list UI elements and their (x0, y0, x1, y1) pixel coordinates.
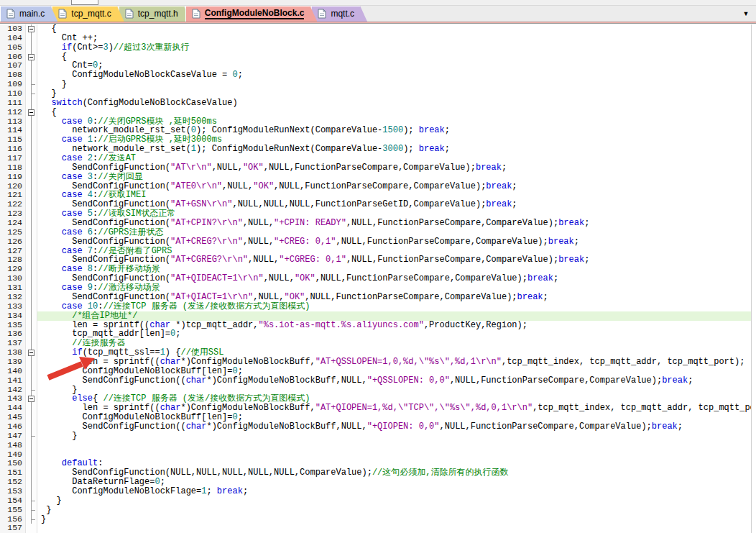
code-line-123[interactable]: 123 case 5://读取SIM状态正常 (0, 209, 756, 219)
code-text[interactable]: case 2://发送AT (37, 154, 756, 163)
code-text[interactable]: Cnt=0; (37, 61, 756, 70)
fold-collapse-icon[interactable] (28, 54, 34, 60)
code-text[interactable]: SendConfigFunction(NULL,NULL,NULL,NULL,N… (37, 468, 756, 478)
code-text[interactable]: SendConfigFunction("AT+GSN\r\n",NULL,NUL… (37, 200, 756, 209)
code-text[interactable]: case 8://断开移动场景 (37, 265, 756, 274)
code-line-145[interactable]: 145 ConfigModuleNoBlockBuff[len]=0; (0, 413, 756, 422)
code-line-119[interactable]: 119 case 3://关闭回显 (0, 173, 756, 182)
code-text[interactable]: SendConfigFunction("AT+CREG?\r\n",NULL,"… (37, 237, 756, 247)
code-text[interactable]: SendConfigFunction("AT\r\n",NULL,"OK",NU… (37, 163, 756, 173)
code-line-151[interactable]: 151 SendConfigFunction(NULL,NULL,NULL,NU… (0, 468, 756, 478)
tab-ConfigModuleNoBlock-c[interactable]: ConfigModuleNoBlock.c (185, 6, 318, 22)
code-text[interactable]: Cnt ++; (37, 34, 756, 43)
code-text[interactable]: network_module_rst_set(0); ConfigModuleR… (37, 126, 756, 135)
code-line-118[interactable]: 118 SendConfigFunction("AT\r\n",NULL,"OK… (0, 163, 756, 173)
code-text[interactable]: } (37, 496, 756, 506)
code-line-147[interactable]: 147 } (0, 432, 756, 441)
code-text[interactable]: case 1://启动GPRS模块 ,延时3000ms (37, 135, 756, 145)
code-line-128[interactable]: 128 SendConfigFunction("AT+CGREG?\r\n",N… (0, 255, 756, 265)
code-line-155[interactable]: 155 } (0, 506, 756, 515)
code-line-115[interactable]: 115 case 1://启动GPRS模块 ,延时3000ms (0, 135, 756, 145)
code-text[interactable]: ConfigModuleNoBlockFlage=1; break; (37, 487, 756, 496)
code-line-126[interactable]: 126 SendConfigFunction("AT+CREG?\r\n",NU… (0, 237, 756, 247)
code-text[interactable]: default: (37, 459, 756, 468)
fold-collapse-icon[interactable] (28, 350, 34, 356)
code-text[interactable]: SendConfigFunction("AT+CGREG?\r\n",NULL,… (37, 255, 756, 265)
code-text[interactable]: } (37, 432, 756, 441)
code-text[interactable]: } (37, 386, 756, 395)
code-line-121[interactable]: 121 case 4://获取IMEI (0, 191, 756, 200)
code-line-110[interactable]: 110 } (0, 89, 756, 99)
code-text[interactable]: else{ //连接TCP 服务器 (发送/接收数据方式为直图模式) (37, 394, 756, 404)
code-text[interactable]: network_module_rst_set(1); ConfigModuleR… (37, 145, 756, 154)
code-text[interactable]: ConfigModuleNoBlockBuff[len]=0; (37, 413, 756, 422)
code-line-139[interactable]: 139 len = sprintf((char*)ConfigModuleNoB… (0, 357, 756, 367)
code-text[interactable]: SendConfigFunction((char*)ConfigModuleNo… (37, 422, 756, 432)
code-text[interactable]: } (37, 506, 756, 515)
code-line-108[interactable]: 108 ConfigModuleNoBlockCaseValue = 0; (0, 70, 756, 80)
code-line-132[interactable]: 132 SendConfigFunction("AT+QIACT=1\r\n",… (0, 293, 756, 302)
code-line-125[interactable]: 125 case 6://GPRS注册状态 (0, 228, 756, 237)
code-line-153[interactable]: 153 ConfigModuleNoBlockFlage=1; break; (0, 487, 756, 496)
code-line-116[interactable]: 116 network_module_rst_set(1); ConfigMod… (0, 145, 756, 154)
fold-margin[interactable] (26, 394, 37, 404)
code-line-138[interactable]: 138 if(tcp_mqtt_ssl==1) {//使用SSL (0, 348, 756, 357)
code-line-104[interactable]: 104 Cnt ++; (0, 34, 756, 43)
code-text[interactable]: { (37, 108, 756, 117)
code-line-103[interactable]: 103 { (0, 24, 756, 34)
code-line-144[interactable]: 144 len = sprintf((char*)ConfigModuleNoB… (0, 404, 756, 413)
code-line-156[interactable]: 156} (0, 515, 756, 524)
code-text[interactable]: //连接服务器 (37, 339, 756, 348)
code-line-143[interactable]: 143 else{ //连接TCP 服务器 (发送/接收数据方式为直图模式) (0, 394, 756, 404)
fold-margin[interactable] (26, 108, 37, 117)
code-text[interactable]: { (37, 53, 756, 62)
code-text[interactable]: SendConfigFunction((char*)ConfigModuleNo… (37, 376, 756, 386)
code-line-127[interactable]: 127 case 7://是否附着了GPRS (0, 247, 756, 256)
fold-collapse-icon[interactable] (28, 109, 34, 116)
code-text[interactable]: if(tcp_mqtt_ssl==1) {//使用SSL (37, 348, 756, 357)
code-line-141[interactable]: 141 SendConfigFunction((char*)ConfigModu… (0, 376, 756, 386)
code-line-129[interactable]: 129 case 8://断开移动场景 (0, 265, 756, 274)
code-text[interactable]: SendConfigFunction("AT+QIACT=1\r\n",NULL… (37, 293, 756, 302)
code-text[interactable] (37, 441, 756, 450)
code-text[interactable]: case 7://是否附着了GPRS (37, 247, 756, 256)
tab-list-dropdown-icon[interactable]: ▼ (740, 9, 752, 19)
code-text[interactable] (37, 450, 756, 460)
code-text[interactable]: ConfigModuleNoBlockCaseValue = 0; (37, 70, 756, 80)
code-line-157[interactable]: 157 (0, 524, 756, 533)
code-text[interactable]: DataReturnFlage=0; (37, 478, 756, 487)
code-line-149[interactable]: 149 (0, 450, 756, 460)
code-text[interactable]: len = sprintf((char*)ConfigModuleNoBlock… (37, 357, 756, 367)
fold-collapse-icon[interactable] (28, 26, 34, 32)
code-line-111[interactable]: 111 switch(ConfigModuleNoBlockCaseValue) (0, 99, 756, 108)
fold-collapse-icon[interactable] (28, 396, 34, 402)
code-text[interactable]: case 6://GPRS注册状态 (37, 228, 756, 237)
code-line-135[interactable]: 135 len = sprintf((char *)tcp_mqtt_addr,… (0, 321, 756, 330)
code-text[interactable]: SendConfigFunction("AT+CPIN?\r\n",NULL,"… (37, 219, 756, 228)
code-text[interactable]: /*组合IP地址*/ (37, 311, 756, 321)
code-line-133[interactable]: 133 case 10://连接TCP 服务器 (发送/接收数据方式为直图模式) (0, 302, 756, 311)
code-line-134[interactable]: 134 /*组合IP地址*/ (0, 311, 756, 321)
code-line-122[interactable]: 122 SendConfigFunction("AT+GSN\r\n",NULL… (0, 200, 756, 209)
code-text[interactable]: SendConfigFunction("ATE0\r\n",NULL,"OK",… (37, 182, 756, 191)
code-text[interactable] (37, 524, 756, 533)
code-text[interactable]: len = sprintf((char *)tcp_mqtt_addr,"%s.… (37, 321, 756, 330)
code-line-148[interactable]: 148 (0, 441, 756, 450)
fold-margin[interactable] (26, 53, 37, 62)
code-text[interactable]: tcp_mqtt_addr[len]=0; (37, 329, 756, 339)
code-line-114[interactable]: 114 network_module_rst_set(0); ConfigMod… (0, 126, 756, 135)
code-text[interactable]: case 5://读取SIM状态正常 (37, 209, 756, 219)
code-line-131[interactable]: 131 case 9://激活移动场景 (0, 283, 756, 293)
code-line-117[interactable]: 117 case 2://发送AT (0, 154, 756, 163)
code-line-124[interactable]: 124 SendConfigFunction("AT+CPIN?\r\n",NU… (0, 219, 756, 228)
code-editor[interactable]: 103 {104 Cnt ++;105 if(Cnt>=3)//超过3次重新执行… (0, 24, 756, 533)
fold-margin[interactable] (26, 348, 37, 357)
tab-main-c[interactable]: main.c (0, 6, 57, 22)
code-text[interactable]: if(Cnt>=3)//超过3次重新执行 (37, 43, 756, 53)
code-line-107[interactable]: 107 Cnt=0; (0, 61, 756, 70)
code-line-120[interactable]: 120 SendConfigFunction("ATE0\r\n",NULL,"… (0, 182, 756, 191)
code-line-137[interactable]: 137 //连接服务器 (0, 339, 756, 348)
code-line-130[interactable]: 130 SendConfigFunction("AT+QIDEACT=1\r\n… (0, 274, 756, 283)
code-line-152[interactable]: 152 DataReturnFlage=0; (0, 478, 756, 487)
code-line-154[interactable]: 154 } (0, 496, 756, 506)
